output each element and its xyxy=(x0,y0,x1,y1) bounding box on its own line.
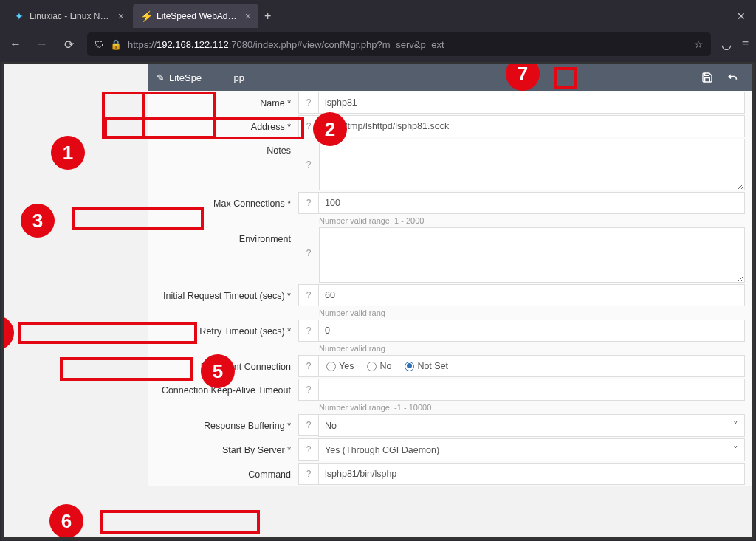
row-response-buffering: Response Buffering * ? No˅ xyxy=(148,413,752,438)
retry-timeout-input[interactable] xyxy=(318,320,745,342)
row-keepalive: Connection Keep-Alive Timeout ? xyxy=(148,378,752,402)
lock-icon: 🔒 xyxy=(110,39,122,50)
window-close-button[interactable]: ✕ xyxy=(732,6,750,27)
hint-text: Number valid rang xyxy=(148,342,752,354)
help-icon[interactable]: ? xyxy=(298,463,319,485)
chevron-down-icon: ˅ xyxy=(733,420,738,431)
annotation-6: 6 xyxy=(49,504,83,537)
content-area: ✎ LiteSpe pp Name * ? xyxy=(4,64,752,537)
row-environment: Environment ? xyxy=(148,227,752,283)
close-icon[interactable]: × xyxy=(245,10,251,22)
row-command: Command ? xyxy=(148,462,752,486)
url-text: https://192.168.122.112:7080/index.php#v… xyxy=(128,39,688,50)
radio-notset[interactable]: Not Set xyxy=(405,361,448,371)
new-tab-button[interactable]: + xyxy=(264,10,271,23)
start-by-server-select[interactable]: Yes (Through CGI Daemon)˅ xyxy=(318,438,745,461)
browser-toolbar: ← → ⟳ 🛡 🔒 https://192.168.122.112:7080/i… xyxy=(0,28,756,61)
hint-text: Number valid range: -1 - 10000 xyxy=(148,402,752,413)
annotation-1: 1 xyxy=(51,136,85,170)
init-timeout-input[interactable] xyxy=(318,284,745,306)
address-input[interactable] xyxy=(318,115,745,137)
radio-no[interactable]: No xyxy=(367,361,391,371)
annotation-5: 5 xyxy=(201,354,235,388)
forward-button[interactable]: → xyxy=(34,38,50,51)
annotation-4: 4 xyxy=(4,316,14,350)
url-bar[interactable]: 🛡 🔒 https://192.168.122.112:7080/index.p… xyxy=(87,32,711,56)
shield-icon: 🛡 xyxy=(94,39,104,50)
help-icon[interactable]: ? xyxy=(298,284,319,306)
menu-icon[interactable]: ≡ xyxy=(742,38,749,51)
panel-title: LiteSpe pp xyxy=(169,72,244,83)
hint-text: Number valid range: 1 - 2000 xyxy=(148,215,752,227)
command-input[interactable] xyxy=(318,463,745,485)
help-icon[interactable]: ? xyxy=(298,355,319,377)
response-buffering-select[interactable]: No˅ xyxy=(318,414,745,437)
row-name: Name * ? xyxy=(148,91,752,114)
browser-tab-litespeed[interactable]: ⚡ LiteSpeed WebAdmin C × xyxy=(133,4,258,28)
name-input[interactable] xyxy=(318,92,745,114)
favicon-litespeed: ⚡ xyxy=(140,10,152,22)
keepalive-input[interactable] xyxy=(318,379,745,401)
annotation-2: 2 xyxy=(313,112,347,146)
row-init-timeout: Initial Request Timeout (secs) * ? xyxy=(148,283,752,307)
browser-chrome: ✦ Linuxiac - Linux News, × ⚡ LiteSpeed W… xyxy=(0,0,756,61)
help-icon[interactable]: ? xyxy=(298,139,319,170)
row-retry-timeout: Retry Timeout (secs) * ? xyxy=(148,319,752,342)
browser-tab-linuxiac[interactable]: ✦ Linuxiac - Linux News, × xyxy=(6,4,131,28)
form-area: Name * ? Address * ? Notes ? Max Connect… xyxy=(148,91,752,486)
tab-bar: ✦ Linuxiac - Linux News, × ⚡ LiteSpeed W… xyxy=(0,0,756,28)
favicon-linuxiac: ✦ xyxy=(13,10,25,22)
row-address: Address * ? xyxy=(148,114,752,138)
save-button[interactable] xyxy=(696,67,718,88)
row-max-connections: Max Connections * ? xyxy=(148,191,752,215)
reload-button[interactable]: ⟳ xyxy=(61,38,77,52)
help-icon[interactable]: ? xyxy=(298,227,319,258)
red-box-6 xyxy=(100,510,260,534)
max-connections-input[interactable] xyxy=(318,192,745,214)
edit-icon: ✎ xyxy=(157,72,165,83)
pocket-icon[interactable]: ◡ xyxy=(721,38,732,52)
chevron-down-icon: ˅ xyxy=(733,444,738,455)
back-button[interactable]: ← xyxy=(7,38,24,51)
help-icon[interactable]: ? xyxy=(298,192,319,214)
close-icon[interactable]: × xyxy=(118,10,124,22)
bookmark-star-icon[interactable]: ☆ xyxy=(694,38,704,50)
persistent-radios: Yes No Not Set xyxy=(318,355,745,377)
row-notes: Notes ? xyxy=(148,138,752,191)
help-icon[interactable]: ? xyxy=(298,379,319,401)
notes-textarea[interactable] xyxy=(319,139,745,190)
help-icon[interactable]: ? xyxy=(298,438,319,461)
row-persistent: Persistent Connection ? Yes No Not Set xyxy=(148,354,752,378)
radio-yes[interactable]: Yes xyxy=(326,361,354,371)
back-icon[interactable] xyxy=(721,67,743,88)
panel-header: ✎ LiteSpe pp xyxy=(148,64,752,91)
annotation-3: 3 xyxy=(21,204,55,238)
help-icon[interactable]: ? xyxy=(298,320,319,342)
help-icon[interactable]: ? xyxy=(298,92,319,114)
hint-text: Number valid rang xyxy=(148,307,752,319)
row-start-by-server: Start By Server * ? Yes (Through CGI Dae… xyxy=(148,438,752,462)
environment-textarea[interactable] xyxy=(319,227,745,283)
help-icon[interactable]: ? xyxy=(298,414,319,436)
